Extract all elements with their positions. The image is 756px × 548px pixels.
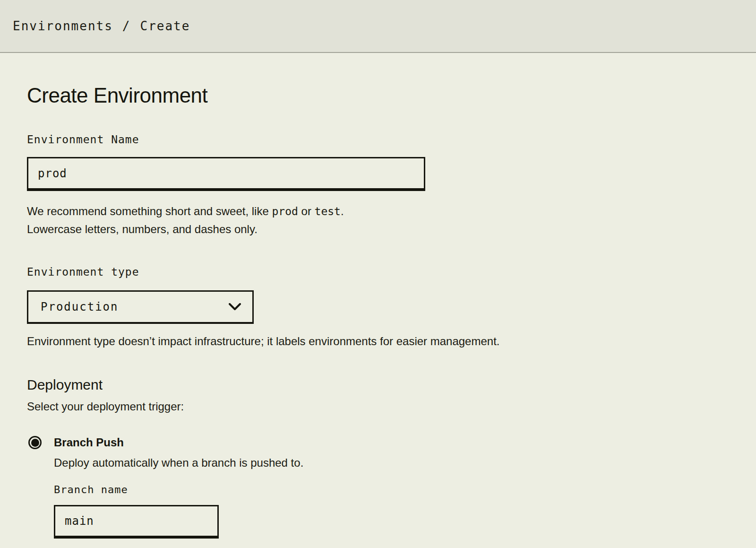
topbar: Environments / Create [0, 0, 756, 53]
branch-push-radio[interactable] [28, 436, 42, 449]
branch-push-radio-dot [31, 439, 39, 447]
help-line1-suffix: . [341, 205, 344, 217]
breadcrumb: Environments / Create [13, 19, 190, 33]
help-line1-middle: or [298, 205, 315, 217]
branch-push-option: Branch Push Deploy automatically when a … [27, 435, 756, 539]
help-code-test: test [315, 205, 341, 217]
breadcrumb-separator: / [122, 19, 131, 33]
environment-type-label: Environment type [27, 266, 756, 278]
environment-type-select[interactable]: Production [27, 290, 254, 324]
breadcrumb-environments[interactable]: Environments [13, 19, 113, 33]
environment-name-help: We recommend something short and sweet, … [27, 202, 618, 238]
environment-name-input[interactable] [27, 157, 425, 191]
create-environment-form: Create Environment Environment Name We r… [0, 53, 756, 539]
branch-push-description: Deploy automatically when a branch is pu… [54, 454, 303, 471]
environment-type-help: Environment type doesn’t impact infrastr… [27, 332, 618, 350]
environment-name-label: Environment Name [27, 133, 756, 146]
chevron-down-icon [229, 303, 241, 311]
help-code-prod: prod [272, 205, 298, 217]
branch-name-field: Branch name [54, 484, 303, 539]
help-line1-prefix: We recommend something short and sweet, … [27, 205, 272, 217]
environment-type-selected-value: Production [41, 300, 119, 313]
branch-name-input[interactable] [54, 505, 219, 539]
deployment-section-title: Deployment [27, 377, 756, 393]
branch-push-option-body: Branch Push Deploy automatically when a … [54, 435, 303, 539]
deployment-subtitle: Select your deployment trigger: [27, 398, 756, 416]
branch-push-label[interactable]: Branch Push [54, 435, 303, 450]
branch-name-label: Branch name [54, 484, 303, 496]
breadcrumb-create: Create [140, 19, 190, 33]
page-title: Create Environment [27, 84, 756, 107]
help-line2: Lowercase letters, numbers, and dashes o… [27, 223, 258, 235]
